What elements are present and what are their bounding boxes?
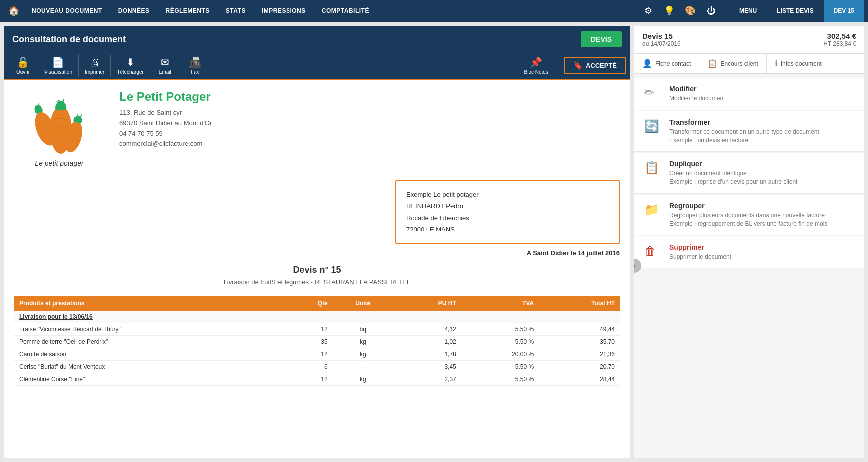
amount-ttc: 302,54 € xyxy=(823,32,856,40)
devis-info-left: Devis 15 du 14/07/2016 xyxy=(642,32,681,47)
devis-date-right: du 14/07/2016 xyxy=(642,40,681,47)
action-title: Transformer xyxy=(669,118,819,126)
cell-unit: bq xyxy=(333,323,393,335)
nav-right-tabs: MENU LISTE DEVIS DEV 15 xyxy=(729,0,864,22)
nav-icon-group: ⚙ 💡 🎨 ⏻ xyxy=(640,3,719,19)
cell-pu-ht: 4,12 xyxy=(393,323,461,335)
devis-type-button[interactable]: DEVIS xyxy=(581,31,622,47)
col-tva: TVA xyxy=(461,296,539,311)
action-item-supprimer[interactable]: 🗑 Supprimer Supprimer le document xyxy=(634,236,864,269)
company-address1: 113, Rue de Saint cyr xyxy=(119,108,212,118)
palette-icon-button[interactable]: 🎨 xyxy=(682,3,698,19)
email-label: Email xyxy=(159,69,171,75)
cell-qty: 12 xyxy=(285,373,333,385)
cell-unit: - xyxy=(333,360,393,373)
table-row: Pomme de terre "Oeil de Perdrix" 35 kg 1… xyxy=(14,335,620,348)
logo-svg xyxy=(19,92,99,157)
action-icon: 📁 xyxy=(644,203,662,217)
tab-infos-document[interactable]: ℹ Infos document xyxy=(767,54,830,73)
nav-reglements[interactable]: RÈGLEMENTS xyxy=(158,0,218,22)
nav-tab-liste-devis[interactable]: LISTE DEVIS xyxy=(767,0,823,22)
cell-pu-ht: 1,78 xyxy=(393,348,461,360)
tab-encours-client-label: Encours client xyxy=(720,60,758,67)
home-icon: 🏠 xyxy=(8,5,19,16)
tab-fiche-contact-label: Fiche contact xyxy=(655,60,691,67)
cell-tva: 5.50 % xyxy=(461,373,539,385)
nav-tab-menu[interactable]: MENU xyxy=(729,0,767,22)
action-icon: ✏ xyxy=(644,86,662,100)
bloc-notes-button[interactable]: 📌 Bloc Notes xyxy=(516,54,556,77)
nav-donnees[interactable]: DONNÉES xyxy=(110,0,158,22)
action-text: Dupliquer Créer un document identiqueExe… xyxy=(669,160,797,186)
visualisation-icon: 📄 xyxy=(52,56,64,68)
infos-icon: ℹ xyxy=(775,59,778,68)
client-name: Exemple Le petit potager xyxy=(406,189,609,200)
client-address: Rocade de Liberchies xyxy=(406,212,609,224)
client-address-box: Exemple Le petit potager REINHARDT Pedro… xyxy=(395,180,620,244)
open-icon: 🔓 xyxy=(17,56,29,68)
document-header: Consultation de document DEVIS xyxy=(4,26,630,52)
table-section-header: Livraison pour le 13/06/16 xyxy=(14,311,620,323)
action-item-dupliquer[interactable]: 📋 Dupliquer Créer un document identiqueE… xyxy=(634,153,864,194)
accepte-button[interactable]: 🔖 ACCEPTÉ xyxy=(564,57,626,74)
cell-qty: 12 xyxy=(285,323,333,335)
tab-encours-client[interactable]: 📋 Encours client xyxy=(699,54,766,73)
action-description: Transformer ce document en un autre type… xyxy=(669,128,819,145)
print-label: Imprimer xyxy=(85,69,104,75)
table-row: Clémentine Corse "Fine" 12 kg 2,37 5.50 … xyxy=(14,373,620,385)
bloc-notes-label: Bloc Notes xyxy=(524,69,548,75)
logo-text: Le petit potager xyxy=(35,159,83,167)
download-button[interactable]: ⬇ Télécharger xyxy=(111,54,150,77)
cell-qty: 35 xyxy=(285,335,333,348)
fax-button[interactable]: 📠 Fax xyxy=(180,54,210,77)
action-item-modifier[interactable]: ✏ Modifier Modifier le document xyxy=(634,78,864,110)
table-row: Cerise "Burlat" du Mont Ventoux 6 - 3,45… xyxy=(14,360,620,373)
cell-qty: 12 xyxy=(285,348,333,360)
cell-total: 21,36 xyxy=(539,348,620,360)
document-title: Consultation de document xyxy=(12,34,126,45)
nav-comptabilite[interactable]: COMPTABILITÉ xyxy=(314,0,377,22)
col-product: Produits et prestations xyxy=(14,296,285,311)
action-description: Regrouper plusieurs documents dans une n… xyxy=(669,211,827,228)
right-panel: Devis 15 du 14/07/2016 302,54 € HT 283,8… xyxy=(634,26,864,458)
document-panel: Consultation de document DEVIS 🔓 Ouvrir … xyxy=(4,26,630,458)
cell-total: 35,70 xyxy=(539,335,620,348)
cell-qty: 6 xyxy=(285,360,333,373)
bulb-icon-button[interactable]: 💡 xyxy=(661,3,677,19)
nav-nouveau-document[interactable]: NOUVEAU DOCUMENT xyxy=(24,0,110,22)
action-icon: 🔄 xyxy=(644,119,662,133)
print-button[interactable]: 🖨 Imprimer xyxy=(79,55,111,77)
nav-tab-dev15[interactable]: DEV 15 xyxy=(824,0,864,22)
action-item-regrouper[interactable]: 📁 Regrouper Regrouper plusieurs document… xyxy=(634,195,864,235)
power-icon-button[interactable]: ⏻ xyxy=(703,3,719,19)
devis-info-right: 302,54 € HT 283,84 € xyxy=(823,32,856,47)
cell-unit: kg xyxy=(333,373,393,385)
nav-impressions[interactable]: IMPRESSIONS xyxy=(254,0,314,22)
open-button[interactable]: 🔓 Ouvrir xyxy=(8,54,38,77)
document-toolbar: 🔓 Ouvrir 📄 Visualisation 🖨 Imprimer ⬇ Té… xyxy=(4,52,630,80)
document-content: Le petit potager Le Petit Potager 113, R… xyxy=(4,80,630,458)
pin-icon: 📌 xyxy=(530,56,542,68)
client-city: 72000 LE MANS xyxy=(406,224,609,235)
nav-stats[interactable]: STATS xyxy=(218,0,254,22)
email-button[interactable]: ✉ Email xyxy=(150,54,180,77)
cell-total: 20,70 xyxy=(539,360,620,373)
cell-tva: 20.00 % xyxy=(461,348,539,360)
cell-total: 49,44 xyxy=(539,323,620,335)
download-label: Télécharger xyxy=(117,69,143,75)
home-button[interactable]: 🏠 xyxy=(4,0,24,22)
action-item-transformer[interactable]: 🔄 Transformer Transformer ce document en… xyxy=(634,111,864,152)
cell-tva: 5.50 % xyxy=(461,323,539,335)
col-pu-ht: PU HT xyxy=(393,296,461,311)
cell-product: Fraise "Vicomtesse Héricart de Thury" xyxy=(14,323,285,335)
visualisation-button[interactable]: 📄 Visualisation xyxy=(38,54,79,77)
contact-icon: 👤 xyxy=(642,59,652,68)
company-info: Le Petit Potager 113, Rue de Saint cyr 6… xyxy=(119,90,212,149)
cell-product: Carotte de saison xyxy=(14,348,285,360)
action-text: Regrouper Regrouper plusieurs documents … xyxy=(669,202,827,228)
download-icon: ⬇ xyxy=(126,56,135,68)
settings-icon-button[interactable]: ⚙ xyxy=(640,3,656,19)
action-title: Dupliquer xyxy=(669,160,797,168)
tab-fiche-contact[interactable]: 👤 Fiche contact xyxy=(634,54,699,73)
client-contact: REINHARDT Pedro xyxy=(406,200,609,212)
